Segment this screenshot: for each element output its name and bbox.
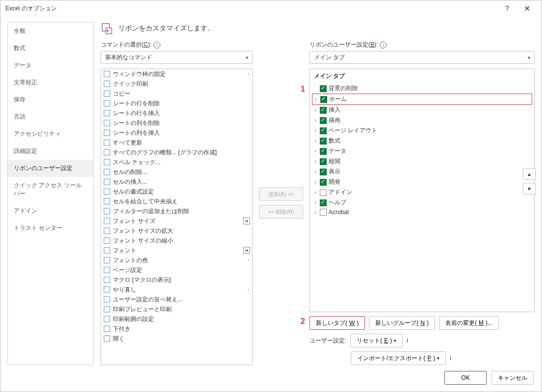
sidebar-item[interactable]: クイック アクセス ツール バー <box>8 177 93 202</box>
tree-item[interactable]: ›描画 <box>312 115 532 125</box>
command-item[interactable]: フィルターの追加または削除 <box>101 206 252 216</box>
tree-item[interactable]: ›校閲 <box>312 156 532 167</box>
ribbon-tabs-tree[interactable]: メイン タブ背景の削除›ホーム›挿入›描画›ページ レイアウト›数式›データ›校… <box>310 69 535 312</box>
command-item[interactable]: フォント サイズの拡大 <box>101 226 252 236</box>
chevron-right-icon[interactable]: › <box>313 148 318 154</box>
tree-item[interactable]: ›ページ レイアウト <box>312 125 532 136</box>
commands-listbox[interactable]: ウィンドウ枠の固定›クイック印刷コピーシートの行を削除シートの行を挿入シートの列… <box>101 69 253 365</box>
chevron-right-icon[interactable]: › <box>313 169 318 174</box>
sidebar-item[interactable]: 言語 <box>8 108 93 125</box>
tree-item[interactable]: ›数式 <box>312 136 532 146</box>
chevron-right-icon[interactable]: › <box>313 138 318 144</box>
chevron-right-icon[interactable]: › <box>313 200 318 205</box>
chevron-right-icon[interactable]: › <box>313 159 318 164</box>
command-item[interactable]: すべてのグラフの種類... [グラフの作成] <box>101 147 252 157</box>
command-item[interactable]: フォントの色› <box>101 255 252 265</box>
sidebar-item[interactable]: 保存 <box>8 91 93 108</box>
new-tab-button[interactable]: 新しいタブ(W) <box>310 316 365 330</box>
command-item[interactable]: ユーザー設定の並べ替え... <box>101 294 252 304</box>
tree-item[interactable]: ›データ <box>312 146 532 156</box>
command-item[interactable]: スペル チェック... <box>101 157 252 167</box>
close-button[interactable]: ✕ <box>517 4 537 13</box>
checkbox[interactable] <box>320 127 327 134</box>
ok-button[interactable]: OK <box>444 371 487 385</box>
tree-item[interactable]: ›挿入 <box>312 105 532 115</box>
chevron-right-icon[interactable]: › <box>313 118 318 123</box>
info-icon[interactable]: i <box>380 42 387 49</box>
sidebar-item[interactable]: 数式 <box>8 40 93 57</box>
command-item[interactable]: ウィンドウ枠の固定› <box>101 69 252 79</box>
command-item[interactable]: セルの削除... <box>101 167 252 177</box>
command-item[interactable]: 下付き <box>101 324 252 334</box>
checkbox[interactable] <box>320 169 327 175</box>
rename-button[interactable]: 名前の変更(M)... <box>439 316 499 330</box>
new-group-button[interactable]: 新しいグループ(N) <box>369 316 435 330</box>
command-item[interactable]: シートの列を削除 <box>101 118 252 128</box>
command-item[interactable]: 印刷プレビューと印刷 <box>101 304 252 314</box>
tree-item[interactable]: ›表示 <box>312 167 532 177</box>
command-item[interactable]: シートの行を削除 <box>101 98 252 108</box>
checkbox[interactable] <box>320 189 327 196</box>
command-item[interactable]: セルの書式設定 <box>101 187 252 196</box>
command-item[interactable]: フォント サイズI▾ <box>101 216 252 226</box>
command-item[interactable]: フォントI▾ <box>101 245 252 255</box>
checkbox[interactable] <box>320 158 327 165</box>
move-down-button[interactable]: ▼ <box>523 183 536 195</box>
import-export-button[interactable]: インポート/エクスポート(P) ▾ <box>351 351 446 365</box>
checkbox[interactable] <box>320 148 327 155</box>
chevron-right-icon[interactable]: › <box>313 179 318 185</box>
info-icon[interactable]: i <box>407 337 408 344</box>
sidebar-item[interactable]: リボンのユーザー設定 <box>8 160 93 177</box>
chevron-right-icon[interactable]: › <box>313 97 318 102</box>
command-item[interactable]: すべて更新 <box>101 138 252 147</box>
command-item[interactable]: セルを結合して中央揃え <box>101 196 252 206</box>
command-item[interactable]: マクロ [マクロの表示] <box>101 275 252 285</box>
tree-item[interactable]: ›ヘルプ <box>312 197 532 208</box>
checkbox[interactable] <box>320 179 327 186</box>
tree-item[interactable]: 背景の削除 <box>312 83 532 94</box>
command-item[interactable]: ページ設定 <box>101 265 252 275</box>
info-icon[interactable]: i <box>154 42 160 49</box>
command-item[interactable]: セルの挿入... <box>101 177 252 187</box>
sidebar-item[interactable]: 全般 <box>8 23 93 40</box>
add-button[interactable]: 追加(A) >> <box>259 187 303 201</box>
info-icon[interactable]: i <box>450 355 451 362</box>
command-item[interactable]: シートの列を挿入 <box>101 128 252 138</box>
chevron-right-icon[interactable]: › <box>313 210 318 215</box>
checkbox[interactable] <box>320 199 327 206</box>
checkbox[interactable] <box>320 107 327 114</box>
sidebar-item[interactable]: アクセシビリティ <box>8 125 93 143</box>
sidebar-item[interactable]: アドイン <box>8 202 93 220</box>
commands-category-combo[interactable]: 基本的なコマンド ▾ <box>101 51 253 64</box>
chevron-right-icon[interactable]: › <box>313 128 318 133</box>
checkbox[interactable] <box>320 96 327 103</box>
reset-button[interactable]: リセット(E) ▾ <box>350 334 403 347</box>
move-up-button[interactable]: ▲ <box>523 168 536 180</box>
command-item[interactable]: クイック印刷 <box>101 79 252 89</box>
chevron-right-icon[interactable]: › <box>313 107 318 113</box>
command-item[interactable]: コピー <box>101 89 252 98</box>
sidebar-item[interactable]: データ <box>8 57 93 74</box>
sidebar-item[interactable]: 詳細設定 <box>8 143 93 160</box>
checkbox[interactable] <box>320 138 327 145</box>
tree-item[interactable]: ›アドイン <box>312 187 532 197</box>
command-item[interactable]: 印刷範囲の設定 <box>101 314 252 324</box>
checkbox[interactable] <box>320 85 327 92</box>
command-item[interactable]: 開く <box>101 334 252 343</box>
checkbox[interactable] <box>320 209 327 216</box>
help-button[interactable]: ? <box>497 4 517 12</box>
checkbox[interactable] <box>320 117 327 124</box>
command-label: フォント サイズの拡大 <box>113 227 250 235</box>
cancel-button[interactable]: キャンセル <box>491 371 534 385</box>
sidebar-item[interactable]: トラスト センター <box>8 220 93 237</box>
command-item[interactable]: やり直し› <box>101 285 252 294</box>
chevron-right-icon[interactable]: › <box>313 190 318 195</box>
tree-item[interactable]: ›Acrobat <box>312 208 532 217</box>
sidebar-item[interactable]: 文章校正 <box>8 74 93 91</box>
tree-item[interactable]: ›開発 <box>312 177 532 187</box>
command-item[interactable]: シートの行を挿入 <box>101 108 252 118</box>
ribbon-target-combo[interactable]: メイン タブ ▾ <box>310 51 535 64</box>
tree-item[interactable]: ›ホーム <box>312 94 532 105</box>
command-item[interactable]: フォント サイズの縮小 <box>101 236 252 245</box>
remove-button[interactable]: << 削除(R) <box>259 205 303 219</box>
